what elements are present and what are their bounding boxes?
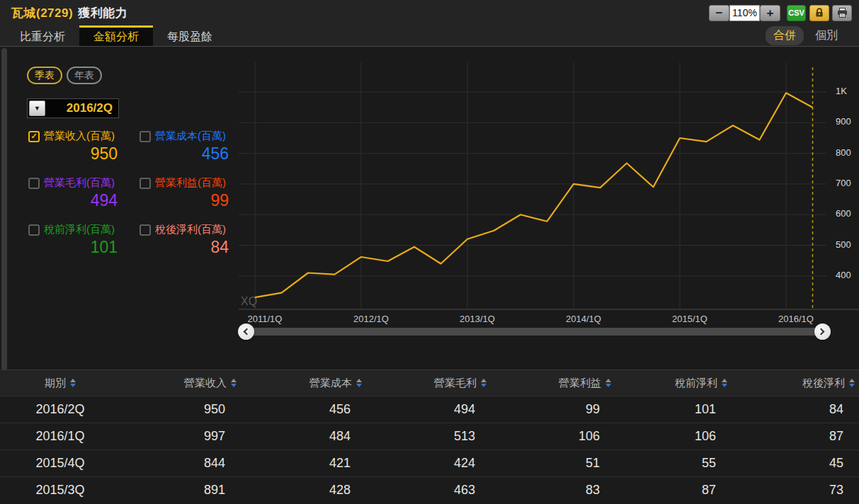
metric-label: 營業成本(百萬) (155, 130, 226, 143)
metric-value: 494 (28, 191, 120, 210)
checkbox-icon[interactable]: ✓ (28, 131, 40, 142)
x-tick-label: 2014/1Q (559, 314, 608, 324)
quarterly-view-button[interactable]: 季表 (27, 67, 62, 84)
x-tick-label: 2015/1Q (665, 314, 715, 324)
app-window: 瓦城(2729)獲利能力 − 110% + CSV (0, 0, 859, 504)
sort-icon[interactable] (481, 379, 487, 387)
y-tick-label: 1K (836, 86, 847, 96)
table-row[interactable]: 2015/3Q891428463838773 (0, 477, 859, 504)
metric-checkbox-row[interactable]: ✓ 稅後淨利(百萬) (140, 223, 232, 236)
period-cell: 2016/2Q (0, 396, 120, 423)
chevron-left-icon (244, 328, 251, 335)
metric-label: 營業利益(百萬) (155, 176, 226, 190)
scroll-right-button[interactable] (814, 323, 831, 340)
title-bar: 瓦城(2729)獲利能力 − 110% + CSV (0, 0, 859, 25)
lock-button[interactable] (809, 5, 829, 21)
scope-merged-button[interactable]: 合併 (766, 26, 804, 45)
y-tick-label: 500 (836, 239, 851, 250)
scope-individual-button[interactable]: 個別 (815, 28, 838, 43)
financials-table: 期別 營業收入 營業成本 營業毛利 營業利益 稅前淨利 稅後淨利 2016/2Q… (0, 370, 859, 504)
tab-bar: 比重分析 金額分析 每股盈餘 合併 個別 (0, 25, 859, 47)
checkbox-icon[interactable]: ✓ (28, 224, 40, 236)
value-cell: 83 (491, 477, 615, 504)
metric-checkbox-row[interactable]: ✓ 營業收入(百萬) (28, 130, 120, 143)
metric-net-profit: ✓ 稅後淨利(百萬) 84 (140, 223, 232, 260)
sort-icon[interactable] (849, 379, 855, 387)
revenue-series-line (255, 93, 813, 297)
print-button[interactable] (832, 5, 852, 21)
period-dropdown[interactable]: ▼ 2016/2Q (27, 98, 119, 118)
x-tick-label: 2011/1Q (240, 314, 290, 324)
metric-checkbox-row[interactable]: ✓ 營業利益(百萬) (140, 176, 232, 190)
xq-watermark: XQ (241, 295, 257, 307)
period-cell: 2015/4Q (0, 450, 120, 477)
zoom-out-button[interactable]: − (709, 5, 729, 21)
metric-checkbox-row[interactable]: ✓ 營業毛利(百萬) (28, 176, 120, 190)
value-cell: 84 (732, 396, 859, 423)
zoom-in-button[interactable]: + (760, 5, 780, 21)
y-tick-label: 800 (836, 147, 851, 158)
metric-operating-income: ✓ 營業利益(百萬) 99 (140, 176, 232, 213)
vertical-scrollbar[interactable] (1, 48, 7, 370)
value-cell: 484 (241, 423, 366, 450)
table-row[interactable]: 2015/4Q844421424515545 (0, 450, 859, 477)
period-cell: 2016/1Q (0, 423, 120, 450)
sort-icon[interactable] (356, 379, 362, 387)
value-cell: 55 (615, 450, 732, 477)
tab-eps[interactable]: 每股盈餘 (153, 25, 227, 46)
header-gross-profit[interactable]: 營業毛利 (366, 370, 491, 396)
sort-icon[interactable] (605, 379, 611, 387)
checkbox-icon[interactable]: ✓ (28, 178, 40, 189)
value-cell: 421 (241, 450, 366, 477)
metric-label: 稅後淨利(百萬) (155, 223, 226, 236)
value-cell: 891 (120, 477, 241, 504)
y-tick-label: 600 (836, 208, 851, 219)
checkbox-icon[interactable]: ✓ (140, 224, 151, 236)
tab-amount-analysis[interactable]: 金額分析 (79, 25, 153, 46)
analysis-tabs: 比重分析 金額分析 每股盈餘 (0, 25, 227, 46)
metric-panel: ✓ 營業收入(百萬) 950 ✓ 營業成本(百萬) 456 ✓ 營業毛利(百萬)… (28, 130, 232, 260)
header-pretax-profit[interactable]: 稅前淨利 (615, 370, 732, 396)
value-cell: 950 (120, 396, 241, 423)
sort-icon[interactable] (722, 379, 727, 387)
csv-export-button[interactable]: CSV (787, 5, 806, 21)
metric-checkbox-row[interactable]: ✓ 營業成本(百萬) (140, 130, 232, 143)
table-row[interactable]: 2016/1Q99748451310610687 (0, 423, 859, 450)
header-operating-income[interactable]: 營業利益 (491, 370, 615, 396)
scope-toggle: 合併 個別 (766, 25, 838, 46)
header-cost[interactable]: 營業成本 (241, 370, 366, 396)
tab-proportion-analysis[interactable]: 比重分析 (6, 25, 79, 46)
header-period[interactable]: 期別 (0, 370, 120, 396)
scroll-left-button[interactable] (238, 323, 254, 340)
metric-checkbox-row[interactable]: ✓ 稅前淨利(百萬) (28, 223, 120, 236)
sort-icon[interactable] (231, 379, 237, 387)
chart-canvas: XQ (239, 57, 859, 340)
sort-icon[interactable] (70, 379, 76, 387)
value-cell: 106 (491, 423, 615, 450)
metric-value: 99 (140, 191, 232, 210)
table-header-row: 期別 營業收入 營業成本 營業毛利 營業利益 稅前淨利 稅後淨利 (0, 370, 859, 396)
metric-value: 84 (140, 238, 232, 257)
value-cell: 87 (732, 423, 859, 450)
time-range-scrollbar[interactable] (246, 328, 821, 336)
metric-label: 稅前淨利(百萬) (44, 223, 115, 236)
value-cell: 513 (366, 423, 491, 450)
yearly-view-button[interactable]: 年表 (67, 67, 102, 84)
checkbox-icon[interactable]: ✓ (140, 131, 151, 142)
header-revenue[interactable]: 營業收入 (120, 370, 241, 396)
toolbar: − 110% + CSV (709, 5, 852, 21)
checkbox-icon[interactable]: ✓ (140, 178, 151, 189)
y-tick-label: 900 (836, 116, 851, 127)
value-cell: 463 (366, 477, 491, 504)
header-net-profit[interactable]: 稅後淨利 (732, 370, 859, 396)
printer-icon (836, 7, 848, 18)
y-tick-label: 700 (836, 178, 851, 188)
check-icon: ✓ (30, 132, 37, 140)
dropdown-caret-icon[interactable]: ▼ (29, 101, 45, 116)
value-cell: 101 (615, 396, 732, 423)
value-cell: 997 (120, 423, 241, 450)
value-cell: 456 (241, 396, 366, 423)
metric-label: 營業收入(百萬) (44, 130, 115, 143)
metric-value: 950 (28, 144, 120, 164)
table-row[interactable]: 2016/2Q9504564949910184 (0, 396, 859, 423)
